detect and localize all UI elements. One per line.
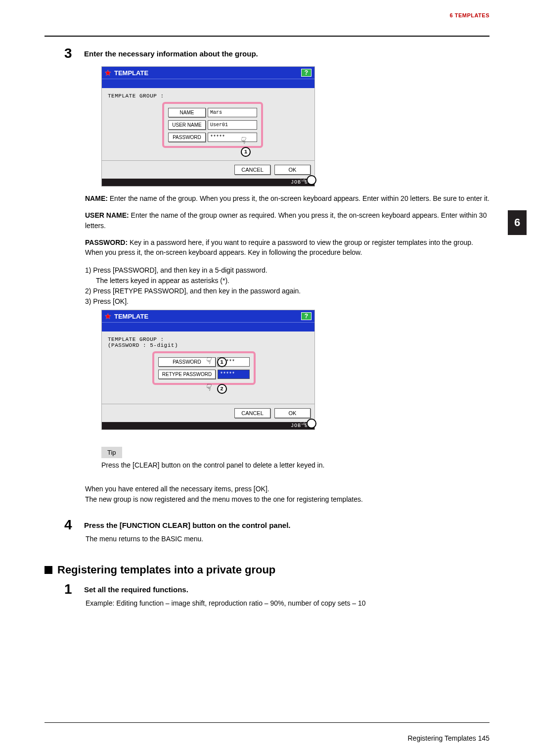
sc2-line1: TEMPLATE GROUP : [108, 336, 309, 342]
sc1-field-highlight: NAME Mars USER NAME User01 PASSWORD ****… [162, 102, 263, 148]
page-header: 6 TEMPLATES [44, 0, 490, 23]
name-description: NAME: Enter the name of the group. When … [85, 193, 490, 203]
retype-password-value[interactable]: ***** [218, 370, 250, 379]
star-icon: ★ [105, 69, 111, 77]
name-button[interactable]: NAME [168, 108, 206, 117]
section-heading: Registering templates into a private gro… [44, 564, 490, 576]
step-number-1b: 1 [64, 582, 77, 596]
step-title-1b: Set all the required functions. [84, 582, 188, 594]
pointer-icon: ☟ [205, 355, 212, 367]
tip-label: Tip [101, 447, 122, 458]
star-icon: ★ [105, 312, 111, 320]
template-screenshot-1: ★ TEMPLATE ? TEMPLATE GROUP : NAME Mars … [101, 66, 315, 187]
ok-button[interactable]: OK [274, 165, 311, 175]
callout-1: 1 [241, 147, 251, 157]
name-value[interactable]: Mars [208, 108, 257, 117]
pointer-icon: ☟ [299, 418, 309, 430]
cancel-button[interactable]: CANCEL [234, 408, 270, 418]
sc1-group-label: TEMPLATE GROUP : [108, 93, 309, 99]
help-icon[interactable]: ? [301, 69, 312, 77]
username-value[interactable]: User01 [208, 120, 257, 130]
sc2-field-highlight: PASSWORD ***** RETYPE PASSWORD ***** ☟ 1… [152, 351, 256, 385]
step-number-3: 3 [64, 47, 77, 60]
tip-text: Press the [CLEAR] button on the control … [101, 461, 490, 469]
step-1b-body: Example: Editing function – image shift,… [86, 598, 490, 608]
sc2-line2: (PASSWORD : 5-digit) [108, 342, 309, 348]
sc2-title: TEMPLATE [114, 313, 148, 320]
top-rule [44, 36, 490, 37]
bottom-rule [44, 722, 490, 723]
pointer-icon: ☟ [240, 135, 247, 146]
password-description: PASSWORD: Key in a password here, if you… [85, 237, 490, 258]
chapter-tab: 6 [508, 210, 527, 235]
page-footer: Registering Templates 145 [44, 734, 490, 742]
template-screenshot-2: ★ TEMPLATE ? TEMPLATE GROUP : (PASSWORD … [101, 310, 315, 430]
password-button[interactable]: PASSWORD [168, 133, 206, 142]
username-description: USER NAME: Enter the name of the group o… [85, 210, 490, 231]
pointer-icon: ☟ [205, 382, 212, 394]
callout-2: 2 [217, 384, 227, 394]
help-icon[interactable]: ? [301, 312, 312, 320]
step-number-4: 4 [64, 518, 77, 532]
step-title-3: Enter the necessary information about th… [84, 47, 258, 58]
username-button[interactable]: USER NAME [168, 120, 206, 130]
cancel-button[interactable]: CANCEL [234, 165, 270, 175]
ok-button[interactable]: OK [274, 408, 311, 418]
sc1-title: TEMPLATE [114, 69, 148, 77]
retype-password-button[interactable]: RETYPE PASSWORD [158, 370, 216, 379]
step-4-body: The menu returns to the BASIC menu. [86, 534, 490, 544]
callout-1: 1 [217, 357, 227, 367]
step-title-4: Press the [FUNCTION CLEAR] button on the… [84, 518, 291, 529]
closing-text: When you have entered all the necessary … [85, 484, 490, 504]
password-steps: 1) Press [PASSWORD], and then key in a 5… [85, 265, 490, 307]
